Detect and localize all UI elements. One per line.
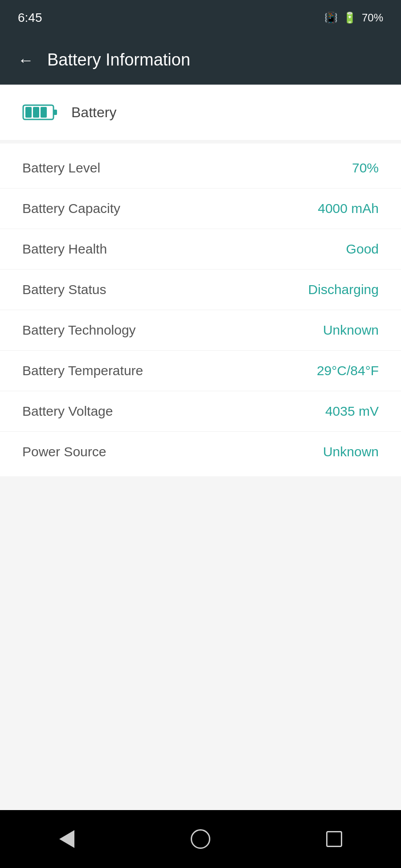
battery-percent-label: 70% <box>362 12 383 24</box>
info-label: Power Source <box>22 444 106 459</box>
nav-recent-button[interactable] <box>316 821 352 857</box>
nav-recent-icon <box>326 831 342 847</box>
info-label: Battery Capacity <box>22 201 120 216</box>
status-bar: 6:45 📳 🔋 70% <box>0 0 401 36</box>
table-row: Battery Temperature29°C/84°F <box>0 351 401 391</box>
table-row: Battery HealthGood <box>0 229 401 270</box>
battery-icon <box>22 102 58 122</box>
nav-home-button[interactable] <box>183 821 218 857</box>
info-label: Battery Voltage <box>22 404 113 419</box>
status-icons: 📳 🔋 70% <box>324 12 383 24</box>
info-label: Battery Technology <box>22 323 136 338</box>
info-label: Battery Health <box>22 242 107 257</box>
table-row: Battery Capacity4000 mAh <box>0 188 401 229</box>
app-bar: ← Battery Information <box>0 36 401 85</box>
info-value: 4035 mV <box>325 404 379 419</box>
info-value: 4000 mAh <box>318 201 379 216</box>
info-value: Unknown <box>323 444 379 459</box>
table-row: Battery Level70% <box>0 148 401 188</box>
svg-rect-3 <box>33 107 39 118</box>
vibrate-icon: 📳 <box>324 12 338 24</box>
info-value: Good <box>346 242 379 257</box>
info-value: 70% <box>352 160 379 176</box>
info-value: Unknown <box>323 323 379 338</box>
app-bar-title: Battery Information <box>47 50 190 70</box>
nav-bar <box>0 810 401 868</box>
section-header: Battery <box>0 85 401 140</box>
info-label: Battery Level <box>22 160 100 176</box>
back-button[interactable]: ← <box>18 52 34 68</box>
svg-rect-2 <box>25 107 32 118</box>
info-value: 29°C/84°F <box>317 363 379 378</box>
svg-rect-1 <box>53 110 57 115</box>
section-header-label: Battery <box>71 104 116 121</box>
info-label: Battery Status <box>22 282 106 297</box>
nav-back-icon <box>59 830 74 848</box>
battery-icon-container <box>22 102 58 122</box>
status-time: 6:45 <box>18 11 42 25</box>
info-value: Discharging <box>308 282 379 297</box>
svg-rect-4 <box>41 107 47 118</box>
info-table: Battery Level70%Battery Capacity4000 mAh… <box>0 143 401 476</box>
table-row: Battery StatusDischarging <box>0 270 401 310</box>
nav-back-button[interactable] <box>49 821 85 857</box>
nav-home-icon <box>191 829 210 849</box>
battery-status-icon: 🔋 <box>343 12 356 24</box>
info-label: Battery Temperature <box>22 363 143 378</box>
table-row: Battery Voltage4035 mV <box>0 391 401 432</box>
table-row: Power SourceUnknown <box>0 432 401 472</box>
table-row: Battery TechnologyUnknown <box>0 310 401 351</box>
content-area: Battery Battery Level70%Battery Capacity… <box>0 85 401 810</box>
